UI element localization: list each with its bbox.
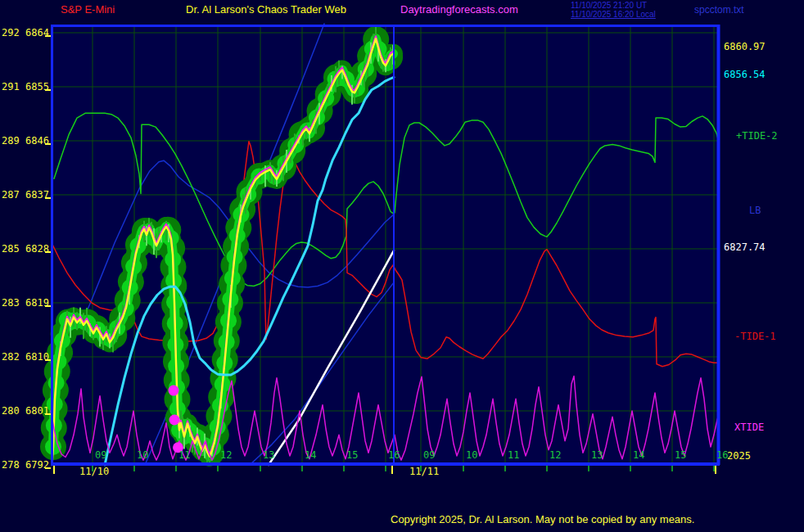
hour-axis-label: 13	[263, 449, 274, 461]
spx-value: 283	[2, 297, 20, 309]
spx-value: 291	[2, 81, 20, 92]
average-price-label: 6856.54	[724, 70, 766, 79]
hour-axis-label: 12	[549, 449, 561, 461]
hour-axis-label: 10	[137, 449, 148, 461]
spx-value: 278	[2, 459, 20, 471]
emini-value: 6801	[25, 405, 49, 417]
price-axis-label: 2786792	[2, 459, 49, 471]
price-axis-label: 2926864	[2, 27, 49, 38]
spx-value: 287	[2, 189, 20, 201]
price-axis-label: 2916855	[2, 81, 49, 92]
hour-axis-label: 10	[466, 449, 477, 461]
emini-value: 6819	[25, 297, 49, 309]
emini-value: 6846	[25, 135, 49, 147]
hour-axis-label: 12	[220, 449, 232, 461]
hour-axis-label: 16	[388, 449, 400, 461]
emini-value: 6864	[25, 27, 49, 38]
emini-value: 6792	[25, 459, 49, 471]
emini-value: 6810	[25, 351, 49, 363]
copyright-notice: Copyright 2025, Dr. Al Larson. May not b…	[391, 515, 694, 525]
last-price-label: 6860.97	[724, 42, 766, 52]
price-axis-label: 2806801	[2, 405, 49, 417]
price-axis-label: 2836819	[2, 297, 49, 309]
emini-value: 6828	[25, 243, 49, 255]
hour-axis-label: 16	[716, 449, 728, 461]
spx-value: 280	[2, 405, 20, 417]
site-link[interactable]: Daytradingforecasts.com	[400, 5, 518, 15]
hour-axis-label: 09	[95, 449, 106, 461]
plus-tide-legend: +TIDE-2	[736, 131, 778, 141]
year-label: 2025	[727, 451, 751, 461]
hour-axis-label: 14	[633, 449, 644, 461]
spx-value: 292	[2, 27, 20, 38]
hour-axis-label: 15	[346, 449, 358, 461]
spx-value: 289	[2, 135, 20, 147]
mid-price-label: 6827.74	[724, 242, 766, 252]
spx-value: 285	[2, 243, 20, 255]
hour-axis-label: 13	[591, 449, 603, 461]
price-axis-label: 2896846	[2, 135, 49, 147]
hour-axis-label: 15	[675, 449, 686, 461]
date-label-day1: 11/10	[79, 467, 109, 476]
chaos-trader-page: S&P E-Mini Dr. Al Larson's Chaos Trader …	[0, 0, 804, 532]
minus-tide-legend: -TIDE-1	[734, 331, 776, 341]
price-axis-label: 2876837	[2, 189, 49, 201]
hour-axis-label: 11	[178, 449, 190, 461]
page-title: Dr. Al Larson's Chaos Trader Web	[186, 5, 346, 15]
hour-axis-label: 09	[423, 449, 435, 461]
data-file-link[interactable]: spcctom.txt	[694, 5, 744, 15]
buy-signal-dot	[169, 385, 179, 396]
xtide-legend: XTIDE	[734, 422, 764, 432]
emini-value: 6837	[25, 189, 49, 201]
date-label-day2: 11/11	[409, 467, 439, 476]
lb-legend: LB	[749, 205, 761, 215]
hour-axis-label: 11	[508, 449, 519, 461]
buy-signal-dot	[169, 415, 180, 426]
emini-value: 6855	[25, 81, 49, 92]
timestamp-local: 11/10/2025 16:20 Local	[571, 10, 656, 20]
hour-axis-label: 14	[305, 449, 316, 461]
symbol-label: S&P E-Mini	[61, 5, 115, 15]
price-axis-label: 2826810	[2, 351, 49, 363]
price-axis-label: 2856828	[2, 243, 49, 255]
spx-value: 282	[2, 351, 20, 363]
